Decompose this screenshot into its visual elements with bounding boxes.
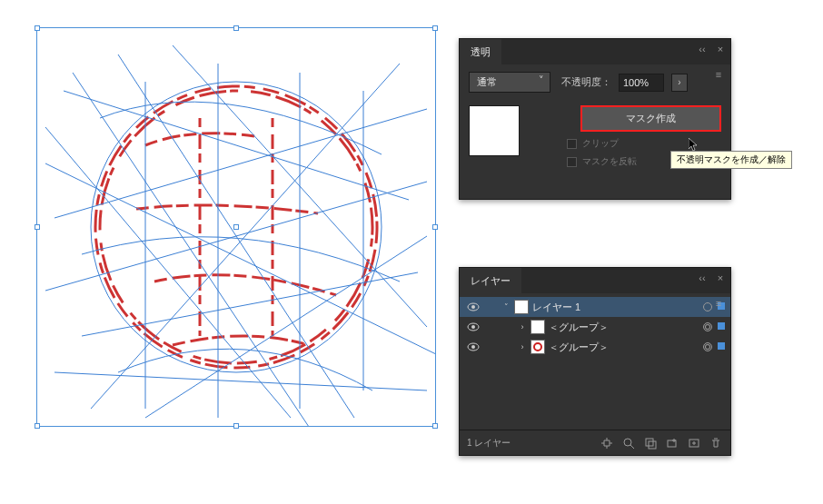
opacity-input[interactable]: 100% <box>619 74 664 92</box>
clipping-mask-icon[interactable] <box>643 436 658 450</box>
selection-indicator <box>718 342 725 350</box>
svg-rect-12 <box>649 441 656 449</box>
svg-line-10 <box>630 445 634 449</box>
handle-e[interactable] <box>432 224 438 230</box>
layer-list: ˅ レイヤー 1 › ＜グループ＞ › <box>460 293 730 361</box>
handle-n[interactable] <box>233 25 239 31</box>
svg-rect-11 <box>646 439 653 446</box>
blend-mode-select[interactable]: 通常 <box>469 72 550 93</box>
layer-count-label: 1 レイヤー <box>467 437 511 450</box>
transparency-panel: 透明 ‹‹ × ≡ 通常 不透明度： 100% › マスク作成 クリップ マスク… <box>459 38 731 200</box>
tab-layers[interactable]: レイヤー <box>460 268 521 293</box>
clip-checkbox[interactable] <box>567 139 577 149</box>
layer-thumbnail[interactable] <box>514 300 529 314</box>
layer-row[interactable]: › ＜グループ＞ <box>460 337 730 357</box>
make-mask-button[interactable]: マスク作成 <box>580 105 721 132</box>
selection-bounding-box[interactable] <box>36 27 436 427</box>
handle-center[interactable] <box>233 224 239 230</box>
close-icon[interactable]: × <box>714 272 727 284</box>
disclosure-toggle[interactable]: ˅ <box>501 302 511 311</box>
svg-point-9 <box>624 439 631 446</box>
eye-icon <box>467 322 480 331</box>
layer-row[interactable]: ˅ レイヤー 1 <box>460 297 730 317</box>
search-icon[interactable] <box>621 436 636 450</box>
close-icon[interactable]: × <box>714 43 727 55</box>
visibility-toggle[interactable] <box>465 322 481 331</box>
target-icon[interactable] <box>703 302 712 311</box>
opacity-popup-caret[interactable]: › <box>671 74 688 92</box>
layer-name-label[interactable]: ＜グループ＞ <box>549 341 698 354</box>
clip-label: クリップ <box>582 137 619 150</box>
visibility-toggle[interactable] <box>465 302 481 311</box>
handle-s[interactable] <box>233 423 239 429</box>
handle-w[interactable] <box>35 224 40 230</box>
panel-menu-icon[interactable]: ≡ <box>712 297 725 310</box>
disclosure-toggle[interactable]: › <box>518 342 527 351</box>
eye-icon <box>467 342 480 351</box>
delete-icon[interactable] <box>709 436 723 450</box>
handle-sw[interactable] <box>35 423 40 429</box>
locate-object-icon[interactable] <box>600 436 614 450</box>
tab-transparency[interactable]: 透明 <box>460 39 501 64</box>
eye-icon <box>467 302 480 311</box>
target-icon[interactable] <box>703 342 712 351</box>
disclosure-toggle[interactable]: › <box>518 322 527 331</box>
tooltip: 不透明マスクを作成／解除 <box>670 151 792 169</box>
new-layer-icon[interactable] <box>687 436 701 450</box>
svg-rect-13 <box>668 440 676 447</box>
collapse-icon[interactable]: ‹‹ <box>696 272 709 284</box>
handle-nw[interactable] <box>35 25 40 31</box>
selection-indicator <box>718 322 725 330</box>
panel-menu-icon[interactable]: ≡ <box>712 68 725 81</box>
canvas-area[interactable] <box>36 27 436 427</box>
layer-name-label[interactable]: ＜グループ＞ <box>549 321 698 334</box>
invert-mask-label: マスクを反転 <box>582 155 637 168</box>
layers-footer: 1 レイヤー <box>460 430 730 455</box>
handle-ne[interactable] <box>432 25 438 31</box>
layers-panel: レイヤー ‹‹ × ≡ ˅ レイヤー 1 › <box>459 267 731 456</box>
layer-thumbnail[interactable] <box>530 320 545 334</box>
object-thumbnail[interactable] <box>469 105 520 156</box>
svg-point-6 <box>471 325 475 329</box>
handle-se[interactable] <box>432 423 438 429</box>
layer-name-label[interactable]: レイヤー 1 <box>532 301 698 314</box>
visibility-toggle[interactable] <box>465 342 481 351</box>
svg-point-8 <box>471 345 475 349</box>
invert-mask-checkbox[interactable] <box>567 157 577 167</box>
panel-tabbar: レイヤー ‹‹ × <box>460 268 730 293</box>
target-icon[interactable] <box>703 322 712 331</box>
opacity-label: 不透明度： <box>561 75 611 89</box>
collapse-icon[interactable]: ‹‹ <box>696 43 709 55</box>
panel-tabbar: 透明 ‹‹ × <box>460 39 730 64</box>
layer-thumbnail[interactable] <box>530 340 545 354</box>
layer-row[interactable]: › ＜グループ＞ <box>460 317 730 337</box>
svg-point-4 <box>471 305 475 309</box>
new-sublayer-icon[interactable] <box>665 436 679 450</box>
